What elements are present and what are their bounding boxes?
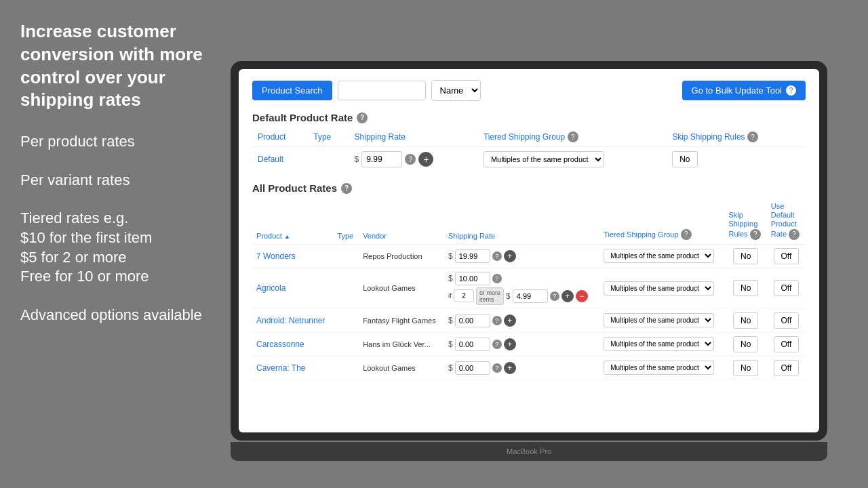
all-rates-section-title: All Product Rates ?: [252, 182, 806, 194]
rate-help-0[interactable]: ?: [492, 251, 502, 261]
skip-button-1[interactable]: No: [733, 280, 758, 296]
skip-cell-3: No: [724, 332, 766, 356]
skip-rules-help-icon[interactable]: ?: [747, 131, 758, 142]
rate-input-4[interactable]: [455, 361, 490, 375]
default-tiered-select[interactable]: Multiples of the same product: [484, 151, 604, 167]
add-rate-button-0[interactable]: +: [504, 250, 516, 262]
table-row: Caverna: The Lookout Games $ ? + Multipl…: [252, 356, 806, 380]
rate-input-1[interactable]: [455, 272, 490, 285]
default-rate-input[interactable]: [361, 151, 402, 167]
tiered-group-help-icon[interactable]: ?: [568, 131, 578, 142]
laptop-brand: MacBook Pro: [507, 447, 551, 455]
tiered-select-3[interactable]: Multiples of the same product: [604, 337, 714, 351]
all-tiered-help-icon[interactable]: ?: [681, 229, 692, 240]
product-link-4[interactable]: Caverna: The: [256, 363, 306, 373]
default-rate-row: Default $ ? +: [252, 147, 806, 172]
laptop-body: Product Search Name Go to Bulk Update To…: [231, 61, 827, 441]
vendor-cell-0: Repos Production: [359, 244, 444, 268]
search-input[interactable]: [338, 81, 426, 100]
use-default-button-3[interactable]: Off: [774, 336, 800, 352]
vendor-cell-4: Lookout Games: [359, 356, 444, 380]
skip-button-0[interactable]: No: [733, 248, 758, 264]
feature-per-variant: Per variant rates: [20, 171, 224, 190]
app-ui: Product Search Name Go to Bulk Update To…: [239, 69, 819, 432]
tiered-select-1[interactable]: Multiples of the same product: [604, 281, 714, 296]
default-product-link[interactable]: Default: [258, 155, 283, 164]
all-skip-help-icon[interactable]: ?: [750, 229, 761, 240]
default-rate-section-title: Default Product Rate ?: [252, 112, 806, 123]
all-col-skip: SkipShippingRules ?: [724, 199, 766, 244]
skip-cell-2: No: [724, 308, 766, 332]
col-tiered-group: Tiered Shipping Group ?: [478, 129, 667, 147]
tiered-cell-2: Multiples of the same product: [599, 308, 724, 332]
tiered-select-0[interactable]: Multiples of the same product: [604, 249, 714, 263]
all-col-vendor: Vendor: [359, 199, 444, 244]
left-panel: Increase customer conversion with more c…: [0, 0, 244, 488]
col-shipping-rate: Shipping Rate: [349, 129, 478, 147]
skip-button-4[interactable]: No: [733, 360, 758, 376]
tiered-select-2[interactable]: Multiples of the same product: [604, 313, 714, 327]
default-rate-table: Product Type Shipping Rate Tiered Shippi…: [252, 129, 806, 171]
type-cell-2: [333, 308, 359, 332]
product-link-3[interactable]: Carcassonne: [256, 340, 304, 349]
skip-button-2[interactable]: No: [733, 312, 758, 329]
type-cell-0: [333, 244, 359, 268]
product-sort-icon[interactable]: ▲: [284, 233, 290, 240]
use-default-button-1[interactable]: Off: [774, 280, 800, 296]
type-cell-3: [333, 332, 359, 356]
use-default-cell-0: Off: [767, 244, 806, 268]
rate-cell-3: $ ? +: [444, 332, 599, 356]
product-link-1[interactable]: Agricola: [256, 283, 285, 293]
tiered-cell-1: Multiples of the same product: [599, 268, 724, 308]
use-default-button-4[interactable]: Off: [774, 360, 800, 376]
rate-input-0[interactable]: [455, 249, 490, 263]
all-rates-help-icon[interactable]: ?: [341, 183, 352, 194]
extra-rate-input-1[interactable]: [513, 289, 548, 303]
bulk-update-button[interactable]: Go to Bulk Update Tool ?: [682, 81, 806, 100]
skip-cell-0: No: [724, 244, 766, 268]
default-skip-button[interactable]: No: [672, 151, 697, 167]
tiered-cell-3: Multiples of the same product: [599, 332, 724, 356]
vendor-cell-1: Lookout Games: [359, 268, 444, 308]
product-search-button[interactable]: Product Search: [252, 81, 332, 100]
rate-help-icon[interactable]: ?: [405, 154, 416, 165]
toolbar: Product Search Name Go to Bulk Update To…: [252, 80, 806, 101]
all-use-default-help-icon[interactable]: ?: [789, 229, 800, 240]
col-type: Type: [308, 129, 349, 147]
add-tier-button-1[interactable]: +: [561, 290, 574, 302]
skip-cell-4: No: [724, 356, 766, 380]
use-default-button-2[interactable]: Off: [774, 312, 800, 329]
skip-button-3[interactable]: No: [733, 336, 758, 352]
all-rates-table: Product ▲ Type Vendor Shipping Rate Tier…: [252, 199, 806, 380]
rate-input-2[interactable]: [455, 314, 490, 327]
product-link-0[interactable]: 7 Wonders: [256, 251, 296, 261]
tiered-select-4[interactable]: Multiples of the same product: [604, 361, 714, 375]
or-more-label-1: or moreitems: [476, 287, 504, 305]
add-rate-button-2[interactable]: +: [504, 314, 516, 327]
all-col-use-default: UseDefaultProductRate ?: [767, 199, 806, 244]
add-rate-button-4[interactable]: +: [504, 362, 516, 374]
name-select[interactable]: Name: [431, 80, 481, 101]
table-row: 7 Wonders Repos Production $ ? + Multipl…: [252, 244, 806, 268]
qty-input-1[interactable]: [454, 289, 474, 302]
all-col-tiered-group: Tiered Shipping Group ?: [599, 199, 724, 244]
add-rate-button-3[interactable]: +: [504, 338, 516, 350]
feature-tiered: Tiered rates e.g. $10 for the first item…: [20, 209, 224, 286]
add-rate-button[interactable]: +: [418, 152, 433, 167]
rate-help-4[interactable]: ?: [492, 363, 502, 373]
table-row: Carcassonne Hans im Glück Ver... $ ? + M…: [252, 332, 806, 356]
rate-input-3[interactable]: [455, 338, 490, 351]
use-default-button-0[interactable]: Off: [774, 248, 800, 264]
rate-help-2[interactable]: ?: [492, 316, 502, 325]
use-default-cell-2: Off: [767, 308, 806, 332]
default-rate-help-icon[interactable]: ?: [357, 113, 368, 123]
help-icon-bulk: ?: [786, 85, 796, 96]
extra-rate-help-1[interactable]: ?: [550, 291, 559, 301]
rate-cell-0: $ ? +: [444, 244, 599, 268]
default-rate-input-group: $ ? +: [355, 151, 473, 167]
product-link-2[interactable]: Android: Netrunner: [256, 316, 325, 325]
rate-help-3[interactable]: ?: [492, 340, 502, 349]
rate-help-1[interactable]: ?: [492, 274, 502, 283]
remove-tier-button-1[interactable]: −: [576, 290, 588, 302]
all-col-shipping-rate: Shipping Rate: [444, 199, 599, 244]
